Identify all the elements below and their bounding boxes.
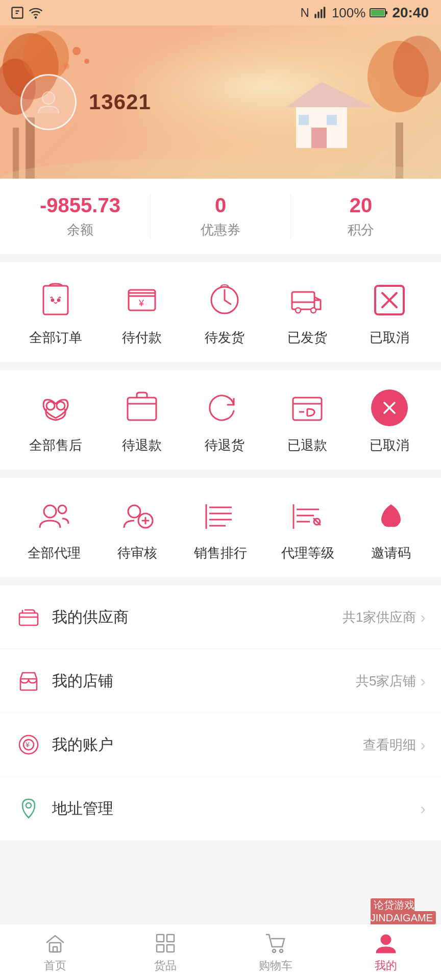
avatar-icon xyxy=(33,87,64,117)
svg-rect-67 xyxy=(157,945,164,952)
all-agents-label: 全部代理 xyxy=(28,544,81,562)
svg-text:¥: ¥ xyxy=(25,741,30,749)
nav-item-home[interactable]: 首页 xyxy=(0,926,110,978)
svg-rect-28 xyxy=(43,286,68,314)
menu-item-my-supplier[interactable]: 我的供应商 共1家供应商 › xyxy=(0,585,441,649)
user-info: 13621 xyxy=(89,90,151,114)
shipped-icon xyxy=(285,278,330,323)
nav-home-label: 首页 xyxy=(44,958,66,973)
balance-section: -9855.73 余额 0 优惠券 20 积分 xyxy=(0,179,441,254)
nav-item-cart[interactable]: 购物车 xyxy=(220,926,331,978)
balance-item-amount: -9855.73 余额 xyxy=(10,194,150,239)
sales-rank-label: 销售排行 xyxy=(194,544,247,562)
menu-item-my-account[interactable]: ¥ 我的账户 查看明细 › xyxy=(0,713,441,777)
address-right: › xyxy=(420,799,426,818)
avatar[interactable] xyxy=(20,74,77,130)
svg-rect-25 xyxy=(396,122,403,179)
pending-return-label: 待退货 xyxy=(205,436,244,454)
time-display: 20:40 xyxy=(392,5,429,21)
sidebar-item-invite-code[interactable]: 邀请码 xyxy=(369,493,413,562)
account-label: 我的账户 xyxy=(52,734,363,755)
svg-point-39 xyxy=(57,402,65,410)
order-section: 全部订单 ¥ 待付款 xyxy=(0,262,441,362)
sidebar-item-pending-review[interactable]: 待审核 xyxy=(115,493,160,562)
points-label: 积分 xyxy=(348,222,374,237)
svg-point-43 xyxy=(58,505,66,513)
svg-point-15 xyxy=(72,47,81,55)
svg-point-29 xyxy=(52,299,54,301)
order-grid: 全部订单 ¥ 待付款 xyxy=(10,278,431,347)
all-orders-label: 全部订单 xyxy=(29,329,82,347)
svg-point-38 xyxy=(46,402,55,410)
supplier-chevron: › xyxy=(420,608,426,627)
sidebar-item-sales-rank[interactable]: 销售排行 xyxy=(194,493,247,562)
username: 13621 xyxy=(89,90,151,114)
home-icon xyxy=(43,932,67,955)
svg-rect-3 xyxy=(317,12,320,18)
address-label: 地址管理 xyxy=(52,798,420,819)
sidebar-item-all-agents[interactable]: 全部代理 xyxy=(28,493,81,562)
battery-icon xyxy=(370,7,388,19)
goods-icon xyxy=(154,932,177,955)
svg-rect-5 xyxy=(324,7,326,18)
supplier-count: 共1家供应商 xyxy=(342,608,416,626)
svg-rect-22 xyxy=(299,115,309,125)
all-agents-icon xyxy=(32,493,77,538)
svg-point-1 xyxy=(35,17,36,18)
sidebar-item-pending-pay[interactable]: ¥ 待付款 xyxy=(119,278,164,347)
signal-icon xyxy=(313,6,328,20)
all-orders-icon xyxy=(33,278,78,323)
svg-rect-20 xyxy=(311,128,327,148)
status-left-icons xyxy=(10,6,43,20)
svg-rect-4 xyxy=(321,9,323,18)
invite-code-label: 邀请码 xyxy=(371,544,411,562)
location-icon xyxy=(15,795,42,822)
refunded-icon xyxy=(285,385,330,430)
sidebar-item-shipped[interactable]: 已发货 xyxy=(285,278,330,347)
pending-review-label: 待审核 xyxy=(117,544,157,562)
nav-item-profile[interactable]: 我的 xyxy=(331,926,441,978)
refunded-label: 已退款 xyxy=(287,436,327,454)
svg-rect-57 xyxy=(19,613,38,625)
supplier-icon xyxy=(15,604,42,630)
profile-header: 13621 xyxy=(0,26,441,179)
svg-point-62 xyxy=(26,803,31,808)
svg-rect-40 xyxy=(128,398,156,420)
sidebar-item-as-cancelled[interactable]: 已取消 xyxy=(367,385,412,454)
svg-rect-64 xyxy=(53,947,57,952)
balance-item-coupon: 0 优惠券 xyxy=(150,194,290,239)
svg-point-24 xyxy=(393,36,441,97)
agent-grid: 全部代理 待审核 xyxy=(10,493,431,562)
pending-refund-label: 待退款 xyxy=(122,436,162,454)
menu-item-address[interactable]: 地址管理 › xyxy=(0,777,441,840)
menu-list: 我的供应商 共1家供应商 › 我的店铺 共5家店铺 › xyxy=(0,585,441,840)
balance-value: -9855.73 xyxy=(10,194,150,217)
sidebar-item-pending-refund[interactable]: 待退款 xyxy=(119,385,164,454)
aftersale-grid: 全部售后 待退款 xyxy=(10,385,431,454)
sidebar-item-all-orders[interactable]: 全部订单 xyxy=(29,278,82,347)
pending-pay-icon: ¥ xyxy=(119,278,164,323)
shop-chevron: › xyxy=(420,672,426,691)
pending-ship-label: 待发货 xyxy=(205,329,244,347)
sidebar-item-pending-ship[interactable]: 待发货 xyxy=(202,278,247,347)
svg-rect-13 xyxy=(26,117,35,179)
svg-point-36 xyxy=(311,308,316,313)
account-chevron: › xyxy=(420,736,426,754)
svg-point-30 xyxy=(58,299,60,301)
nav-item-goods[interactable]: 货品 xyxy=(110,926,220,978)
svg-point-27 xyxy=(42,92,55,104)
pending-pay-label: 待付款 xyxy=(122,329,162,347)
sidebar-item-pending-return[interactable]: 待退货 xyxy=(202,385,247,454)
nav-profile-label: 我的 xyxy=(375,958,397,973)
svg-text:¥: ¥ xyxy=(138,298,144,308)
sidebar-item-refunded[interactable]: 已退款 xyxy=(285,385,330,454)
svg-rect-65 xyxy=(157,935,164,942)
sidebar-item-all-aftersale[interactable]: 全部售后 xyxy=(29,385,82,454)
menu-item-my-shop[interactable]: 我的店铺 共5家店铺 › xyxy=(0,649,441,713)
shop-count: 共5家店铺 xyxy=(356,672,416,690)
sidebar-item-cancelled[interactable]: 已取消 xyxy=(367,278,412,347)
svg-rect-2 xyxy=(314,14,316,18)
sidebar-item-agent-level[interactable]: 代理等级 xyxy=(281,493,334,562)
agent-level-label: 代理等级 xyxy=(281,544,334,562)
cart-icon xyxy=(264,932,287,955)
